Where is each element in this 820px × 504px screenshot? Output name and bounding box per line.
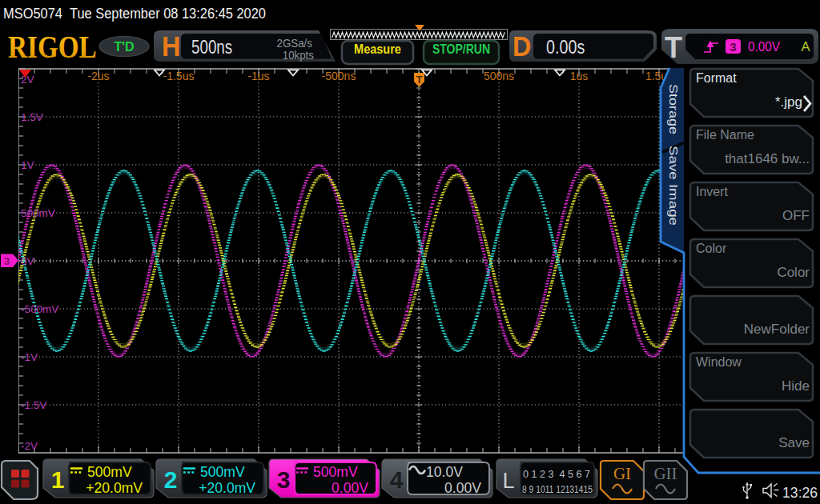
svg-text:1: 1 — [51, 466, 65, 493]
svg-text:Window: Window — [696, 355, 742, 369]
svg-text:-500ns: -500ns — [322, 70, 356, 82]
svg-text:0.00s: 0.00s — [546, 36, 585, 58]
svg-text:GII: GII — [653, 464, 677, 483]
svg-text:2: 2 — [164, 466, 178, 493]
svg-text:1V: 1V — [21, 159, 34, 171]
svg-text:A: A — [801, 39, 810, 54]
svg-text:Color: Color — [777, 265, 810, 280]
svg-text:500ns: 500ns — [484, 70, 514, 82]
svg-text:Color: Color — [696, 242, 727, 255]
svg-text:3: 3 — [730, 41, 736, 54]
svg-text:4: 4 — [390, 466, 404, 493]
svg-text:MSO5074 Tue September 08 13:2: MSO5074 Tue September 08 13:26:45 2020 — [3, 5, 266, 22]
svg-text:500mV: 500mV — [313, 464, 358, 481]
svg-text:OFF: OFF — [782, 208, 810, 223]
svg-text:500mV: 500mV — [21, 207, 55, 219]
svg-text:T'D: T'D — [114, 40, 134, 54]
svg-text:0V: 0V — [21, 255, 34, 267]
svg-text:T: T — [665, 31, 682, 64]
svg-text:Save: Save — [778, 435, 810, 450]
svg-text:that1646 bw...: that1646 bw... — [725, 151, 810, 166]
svg-text:0.00V: 0.00V — [332, 480, 368, 497]
svg-text:1us: 1us — [570, 70, 589, 82]
svg-text:500ns: 500ns — [191, 37, 232, 58]
svg-text:GI: GI — [613, 464, 631, 483]
svg-text:-1.5us: -1.5us — [163, 70, 195, 82]
svg-text:0 1 2 3 4 5 6 7: 0 1 2 3 4 5 6 7 — [523, 469, 590, 480]
svg-text:STOP/RUN: STOP/RUN — [432, 41, 490, 55]
svg-text:-2us: -2us — [87, 70, 109, 82]
svg-text:D: D — [512, 30, 531, 62]
svg-text:+20.0mV: +20.0mV — [86, 480, 143, 497]
svg-text:Save Image: Save Image — [667, 146, 680, 226]
svg-text:-500mV: -500mV — [21, 303, 58, 315]
svg-text:Storage: Storage — [667, 84, 680, 134]
svg-text:Hide: Hide — [782, 378, 810, 394]
svg-text:3: 3 — [4, 255, 10, 267]
svg-text:-1.5V: -1.5V — [21, 399, 46, 411]
svg-text:RIGOL: RIGOL — [8, 29, 97, 65]
svg-text:10.0V: 10.0V — [426, 464, 463, 481]
svg-text:Measure: Measure — [354, 42, 401, 56]
svg-text:500mV: 500mV — [200, 464, 245, 481]
svg-text:500mV: 500mV — [87, 464, 132, 481]
svg-text:-1V: -1V — [21, 351, 38, 363]
svg-text:Format: Format — [696, 71, 737, 85]
svg-text:L: L — [502, 469, 514, 493]
svg-text:0.00V: 0.00V — [748, 38, 780, 54]
svg-text:T: T — [416, 74, 423, 86]
svg-text:Invert: Invert — [696, 185, 729, 198]
svg-text:*.jpg: *.jpg — [775, 94, 802, 110]
svg-text:NewFolder: NewFolder — [744, 322, 810, 337]
svg-text:-2V: -2V — [21, 440, 38, 452]
svg-text:0.00V: 0.00V — [444, 480, 481, 497]
svg-text:-1us: -1us — [247, 70, 269, 82]
svg-text:1.5V: 1.5V — [21, 111, 43, 123]
svg-text:13:26: 13:26 — [782, 483, 818, 501]
svg-text:3: 3 — [277, 466, 291, 493]
svg-text:8 9 1011 12131415: 8 9 1011 12131415 — [522, 484, 593, 495]
svg-text:+20.0mV: +20.0mV — [199, 480, 255, 497]
svg-text:2V: 2V — [21, 74, 34, 86]
svg-text:10kpts: 10kpts — [283, 48, 314, 62]
svg-text:H: H — [162, 30, 180, 62]
svg-text:File Name: File Name — [696, 128, 754, 142]
